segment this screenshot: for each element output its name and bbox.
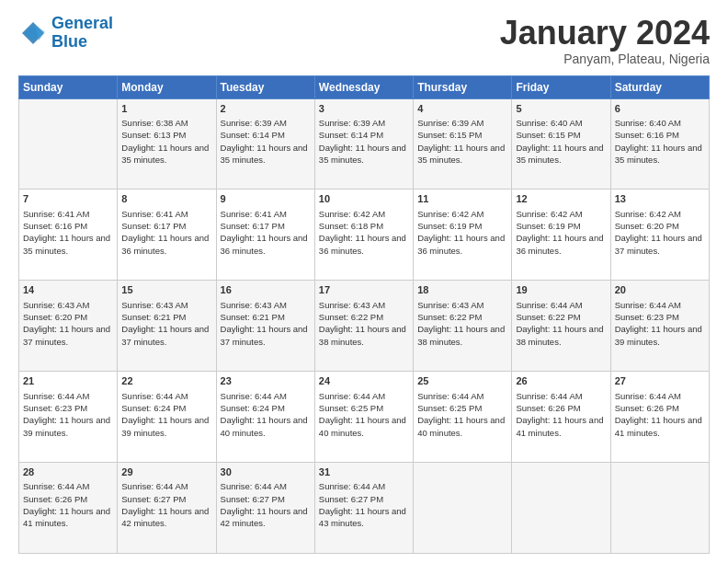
calendar-cell [610,463,709,554]
calendar-cell: 20Sunrise: 6:44 AMSunset: 6:23 PMDayligh… [610,281,709,372]
daylight-text: Daylight: 11 hours and 39 minutes. [121,415,209,437]
sunset-text: Sunset: 6:13 PM [121,130,186,140]
sunset-text: Sunset: 6:25 PM [417,403,482,413]
day-number: 20 [615,283,705,297]
day-number: 10 [319,192,409,206]
day-header-tuesday: Tuesday [216,75,314,98]
sunrise-text: Sunrise: 6:44 AM [221,481,287,491]
daylight-text: Daylight: 11 hours and 36 minutes. [121,233,209,255]
daylight-text: Daylight: 11 hours and 38 minutes. [319,324,406,346]
sunset-text: Sunset: 6:26 PM [615,403,679,413]
day-number: 22 [121,374,211,388]
sunset-text: Sunset: 6:25 PM [319,403,383,413]
day-header-saturday: Saturday [610,75,709,98]
calendar-cell: 4Sunrise: 6:39 AMSunset: 6:15 PMDaylight… [414,98,512,190]
calendar-cell: 12Sunrise: 6:42 AMSunset: 6:19 PMDayligh… [512,190,610,281]
daylight-text: Daylight: 11 hours and 35 minutes. [221,143,308,165]
sunrise-text: Sunrise: 6:44 AM [615,391,681,401]
sunset-text: Sunset: 6:26 PM [516,403,580,413]
daylight-text: Daylight: 11 hours and 35 minutes. [121,143,209,165]
week-row-2: 7Sunrise: 6:41 AMSunset: 6:16 PMDaylight… [19,190,710,281]
sunset-text: Sunset: 6:17 PM [221,221,285,231]
sunset-text: Sunset: 6:24 PM [121,403,186,413]
calendar-cell: 1Sunrise: 6:38 AMSunset: 6:13 PMDaylight… [118,98,216,190]
logo-icon [18,18,48,48]
sunset-text: Sunset: 6:23 PM [615,312,679,322]
calendar-cell [414,463,512,554]
daylight-text: Daylight: 11 hours and 40 minutes. [417,415,505,437]
sunset-text: Sunset: 6:17 PM [121,221,186,231]
sunrise-text: Sunrise: 6:41 AM [23,209,89,219]
day-number: 16 [221,283,311,297]
sunset-text: Sunset: 6:16 PM [23,221,87,231]
sunset-text: Sunset: 6:21 PM [221,312,285,322]
sunset-text: Sunset: 6:27 PM [121,494,186,504]
calendar-cell: 13Sunrise: 6:42 AMSunset: 6:20 PMDayligh… [610,190,709,281]
page: General Blue January 2024 Panyam, Platea… [0,0,728,563]
daylight-text: Daylight: 11 hours and 43 minutes. [319,506,406,528]
day-number: 31 [319,465,409,479]
calendar-cell [19,98,118,190]
sunrise-text: Sunrise: 6:44 AM [23,481,89,491]
calendar-cell: 26Sunrise: 6:44 AMSunset: 6:26 PMDayligh… [512,372,610,463]
sunset-text: Sunset: 6:24 PM [221,403,285,413]
sunrise-text: Sunrise: 6:42 AM [319,209,385,219]
calendar-cell [512,463,610,554]
sunrise-text: Sunrise: 6:44 AM [121,481,188,491]
daylight-text: Daylight: 11 hours and 41 minutes. [516,415,603,437]
sunrise-text: Sunrise: 6:42 AM [516,209,582,219]
calendar-cell: 19Sunrise: 6:44 AMSunset: 6:22 PMDayligh… [512,281,610,372]
daylight-text: Daylight: 11 hours and 36 minutes. [516,233,603,255]
sunrise-text: Sunrise: 6:41 AM [121,209,188,219]
calendar-cell: 10Sunrise: 6:42 AMSunset: 6:18 PMDayligh… [314,190,413,281]
sunset-text: Sunset: 6:14 PM [319,130,383,140]
sunset-text: Sunset: 6:21 PM [121,312,186,322]
daylight-text: Daylight: 11 hours and 35 minutes. [417,143,505,165]
daylight-text: Daylight: 11 hours and 40 minutes. [319,415,406,437]
calendar-cell: 29Sunrise: 6:44 AMSunset: 6:27 PMDayligh… [118,463,216,554]
calendar-cell: 5Sunrise: 6:40 AMSunset: 6:15 PMDaylight… [512,98,610,190]
day-number: 24 [319,374,409,388]
day-number: 26 [516,374,606,388]
daylight-text: Daylight: 11 hours and 35 minutes. [615,143,702,165]
daylight-text: Daylight: 11 hours and 35 minutes. [23,233,110,255]
daylight-text: Daylight: 11 hours and 41 minutes. [23,506,110,528]
calendar-cell: 16Sunrise: 6:43 AMSunset: 6:21 PMDayligh… [216,281,314,372]
daylight-text: Daylight: 11 hours and 38 minutes. [417,324,505,346]
sunrise-text: Sunrise: 6:43 AM [23,300,89,310]
day-number: 27 [615,374,705,388]
calendar-cell: 25Sunrise: 6:44 AMSunset: 6:25 PMDayligh… [414,372,512,463]
day-number: 30 [221,465,311,479]
calendar-cell: 15Sunrise: 6:43 AMSunset: 6:21 PMDayligh… [118,281,216,372]
sunset-text: Sunset: 6:22 PM [417,312,482,322]
sunrise-text: Sunrise: 6:40 AM [615,118,681,128]
sunrise-text: Sunrise: 6:44 AM [417,391,483,401]
daylight-text: Daylight: 11 hours and 36 minutes. [221,233,308,255]
calendar-cell: 30Sunrise: 6:44 AMSunset: 6:27 PMDayligh… [216,463,314,554]
calendar-cell: 17Sunrise: 6:43 AMSunset: 6:22 PMDayligh… [314,281,413,372]
daylight-text: Daylight: 11 hours and 37 minutes. [23,324,110,346]
sunset-text: Sunset: 6:15 PM [417,130,482,140]
day-number: 3 [319,102,409,116]
day-number: 23 [221,374,311,388]
calendar-cell: 2Sunrise: 6:39 AMSunset: 6:14 PMDaylight… [216,98,314,190]
sunset-text: Sunset: 6:14 PM [221,130,285,140]
logo-line2: Blue [51,32,87,51]
sunset-text: Sunset: 6:15 PM [516,130,580,140]
sunrise-text: Sunrise: 6:44 AM [319,481,385,491]
sunrise-text: Sunrise: 6:40 AM [516,118,582,128]
sunrise-text: Sunrise: 6:42 AM [615,209,681,219]
calendar-cell: 24Sunrise: 6:44 AMSunset: 6:25 PMDayligh… [314,372,413,463]
sunrise-text: Sunrise: 6:41 AM [221,209,287,219]
calendar-cell: 7Sunrise: 6:41 AMSunset: 6:16 PMDaylight… [19,190,118,281]
calendar-cell: 21Sunrise: 6:44 AMSunset: 6:23 PMDayligh… [19,372,118,463]
calendar-cell: 18Sunrise: 6:43 AMSunset: 6:22 PMDayligh… [414,281,512,372]
logo: General Blue [18,15,113,52]
day-number: 13 [615,192,705,206]
sunset-text: Sunset: 6:19 PM [417,221,482,231]
day-number: 14 [23,283,113,297]
day-number: 7 [23,192,113,206]
main-title: January 2024 [500,15,710,52]
sunrise-text: Sunrise: 6:44 AM [516,391,582,401]
calendar-cell: 31Sunrise: 6:44 AMSunset: 6:27 PMDayligh… [314,463,413,554]
